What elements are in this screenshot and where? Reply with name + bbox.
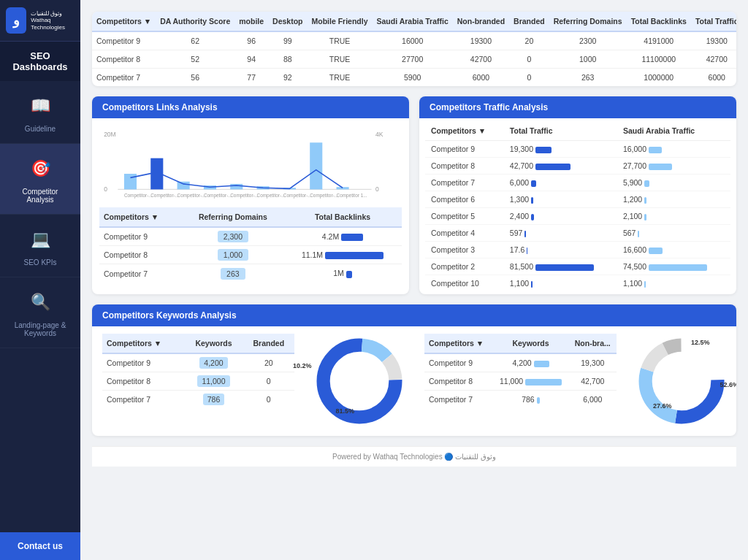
kl-comp[interactable]: Competitors ▼	[102, 334, 184, 353]
bar-c9	[124, 174, 137, 189]
traffic-row: Competitor 281,500 74,500	[425, 258, 730, 275]
col-competitors[interactable]: Competitors ▼	[92, 12, 156, 31]
col-da[interactable]: DA Authority Score	[156, 12, 234, 31]
traffic-row: Competitor 842,700 27,700	[425, 158, 730, 174]
traffic-row: Competitor 61,300 1,200	[425, 191, 730, 208]
bar-c7	[178, 182, 190, 190]
tc-total: Total Traffic	[504, 121, 617, 141]
x-label-4: Competitor-...	[204, 193, 232, 199]
links-col-comp[interactable]: Competitors ▼	[99, 207, 183, 227]
app-title: SEO Dashboards	[0, 42, 80, 81]
x-label-1: Competitor-...	[124, 193, 153, 199]
links-col-referring: Referring Domains	[183, 207, 283, 227]
links-table-row: Competitor 92,3004.2M	[99, 227, 402, 246]
keywords-inner: Competitors ▼ Keywords Branded Competito…	[92, 326, 736, 436]
footer-text: Powered by Wathaq Technologies	[332, 453, 443, 461]
sidebar-logo: و وثوق للتقنيات Wathaq Technologies	[0, 0, 80, 42]
competitor-label: CompetitorAnalysis	[23, 188, 58, 204]
right-donut-container: 12.5% 52.6% 27.6%	[634, 334, 729, 429]
sidebar-item-competitor[interactable]: 🎯 CompetitorAnalysis	[0, 144, 80, 215]
footer-logo: 🔵 وثوق للتقنيات	[444, 453, 496, 461]
left-donut-area: 10.2% 81.5%	[305, 326, 414, 436]
kl-keywords: Keywords	[184, 334, 243, 353]
kw-left-row: Competitor 77860	[102, 391, 294, 409]
col-branded: Branded	[509, 12, 549, 31]
x-label-6: Competitor-...	[257, 193, 286, 199]
traffic-row: Competitor 52,400 2,100	[425, 208, 730, 225]
keywords-left: Competitors ▼ Keywords Branded Competito…	[92, 326, 305, 436]
traffic-row: Competitor 76,000 5,900	[425, 174, 730, 191]
col-traffic: Total Traffic	[691, 12, 736, 31]
keywords-header: Competitors Keywords Analysis	[92, 304, 736, 326]
keywords-right: Competitors ▼ Keywords Non-bra... Compet…	[414, 326, 627, 436]
donut-right-label-12: 12.5%	[691, 339, 710, 346]
donut-left-label-10: 10.2%	[293, 362, 312, 369]
links-header: Competitors Links Analysis	[92, 96, 409, 118]
col-desktop: Desktop	[268, 12, 307, 31]
y-left-zero: 0	[104, 185, 107, 193]
donut-left-label-81: 81.5%	[336, 407, 355, 415]
table-row: Competitor 8529488TRUE277004270001000111…	[92, 50, 736, 69]
donut-right-label-27: 27.6%	[653, 402, 672, 410]
links-table-row: Competitor 81,00011.1M	[99, 246, 402, 264]
contact-button[interactable]: Contact us	[0, 532, 80, 560]
kr-comp[interactable]: Competitors ▼	[424, 334, 492, 353]
guideline-label: Guideline	[25, 125, 56, 133]
x-label-7: Competitor-...	[283, 193, 312, 199]
traffic-table-wrap: Competitors ▼ Total Traffic Saudi Arabia…	[419, 118, 736, 294]
keywords-left-table: Competitors ▼ Keywords Branded Competito…	[102, 334, 294, 408]
donut-right-label-52: 52.6%	[720, 381, 736, 388]
logo-text: وثوق للتقنيات Wathaq Technologies	[31, 10, 75, 31]
sidebar: و وثوق للتقنيات Wathaq Technologies SEO …	[0, 0, 80, 560]
keywords-section: Competitors Keywords Analysis Competitor…	[92, 304, 736, 436]
kw-right-row: Competitor 7786 6,000	[424, 391, 617, 409]
x-label-3: Competitor-...	[178, 193, 206, 199]
traffic-table: Competitors ▼ Total Traffic Saudi Arabia…	[425, 121, 730, 291]
left-donut-container: 10.2% 81.5%	[312, 334, 407, 429]
right-donut-svg	[634, 334, 729, 429]
tc-comp[interactable]: Competitors ▼	[425, 121, 504, 141]
traffic-section: Competitors Traffic Analysis Competitors…	[419, 96, 736, 294]
main-table-section: Competitors ▼ DA Authority Score mobile …	[92, 12, 736, 86]
x-label-8: Competitor-...	[310, 193, 338, 199]
links-table-wrap: Competitors ▼ Referring Domains Total Ba…	[92, 207, 409, 290]
y-right-zero: 0	[375, 185, 379, 193]
bar-c2	[310, 142, 322, 189]
kr-keywords: Keywords	[492, 334, 568, 353]
traffic-row: Competitor 919,300 16,000	[425, 141, 730, 158]
links-table-row: Competitor 72631M	[99, 264, 402, 283]
kl-branded: Branded	[243, 334, 294, 353]
traffic-row: Competitor 4597 567	[425, 225, 730, 242]
y-right-max: 4K	[375, 131, 383, 138]
kw-left-row: Competitor 94,20020	[102, 353, 294, 372]
links-section: Competitors Links Analysis 20M 0 4K 0	[92, 96, 409, 294]
sidebar-item-seo[interactable]: 💻 SEO KPIs	[0, 215, 80, 277]
competitor-icon: 🎯	[26, 154, 55, 183]
sidebar-item-guideline[interactable]: 📖 Guideline	[0, 81, 80, 144]
links-chart-svg: 20M 0 4K 0	[102, 126, 399, 199]
links-col-backlinks: Total Backlinks	[283, 207, 402, 227]
guideline-icon: 📖	[26, 91, 55, 120]
landing-label: Landing-page &Keywords	[15, 321, 66, 337]
footer: Powered by Wathaq Technologies 🔵 وثوق لل…	[92, 446, 736, 467]
table-row: Competitor 7567792TRUE590060000263100000…	[92, 69, 736, 87]
sidebar-item-landing[interactable]: 🔍 Landing-page &Keywords	[0, 277, 80, 348]
kw-left-row: Competitor 811,0000	[102, 372, 294, 391]
links-table: Competitors ▼ Referring Domains Total Ba…	[99, 207, 402, 283]
col-nonbranded: Non-branded	[453, 12, 509, 31]
kw-right-row: Competitor 94,200 19,300	[424, 353, 617, 372]
tc-saudi: Saudi Arabia Traffic	[617, 121, 730, 141]
col-referring: Referring Domains	[549, 12, 627, 31]
x-label-2: Competitor-...	[150, 193, 179, 199]
logo-icon: و	[6, 7, 26, 34]
table-row: Competitor 9629699TRUE160001930020230041…	[92, 31, 736, 50]
mid-section: Competitors Links Analysis 20M 0 4K 0	[92, 96, 736, 294]
bar-c5	[230, 184, 243, 189]
x-label-9: Competitor 1...	[337, 193, 367, 199]
keywords-right-table: Competitors ▼ Keywords Non-bra... Compet…	[424, 334, 617, 408]
links-chart-area: 20M 0 4K 0	[92, 118, 409, 207]
seo-label: SEO KPIs	[23, 258, 56, 266]
traffic-row: Competitor 317.6 16,600	[425, 242, 730, 258]
left-donut-svg	[312, 334, 407, 429]
y-left-max: 20M	[104, 131, 116, 138]
